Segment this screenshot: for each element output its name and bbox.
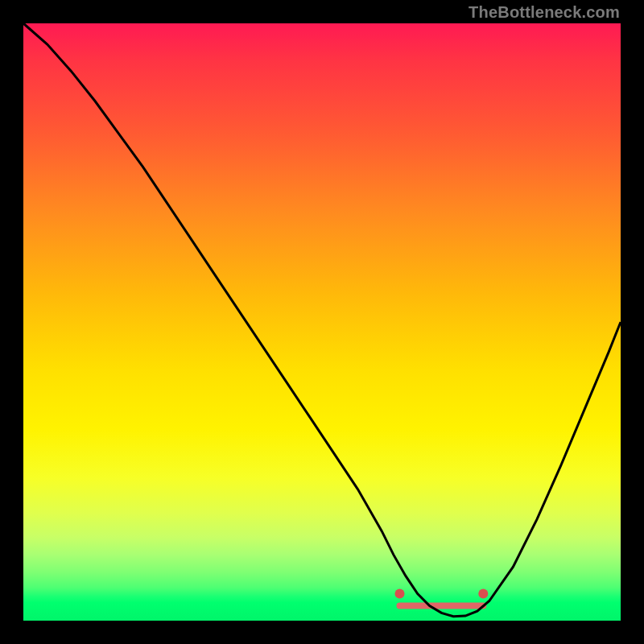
chart-plot-area (23, 23, 621, 621)
endpoint-markers (395, 589, 489, 599)
endpoint-marker (478, 589, 488, 599)
watermark-text: TheBottleneck.com (469, 3, 620, 22)
endpoint-marker (395, 589, 405, 599)
curve-path (23, 23, 621, 617)
chart-svg (23, 23, 621, 621)
chart-frame: TheBottleneck.com (0, 0, 644, 644)
